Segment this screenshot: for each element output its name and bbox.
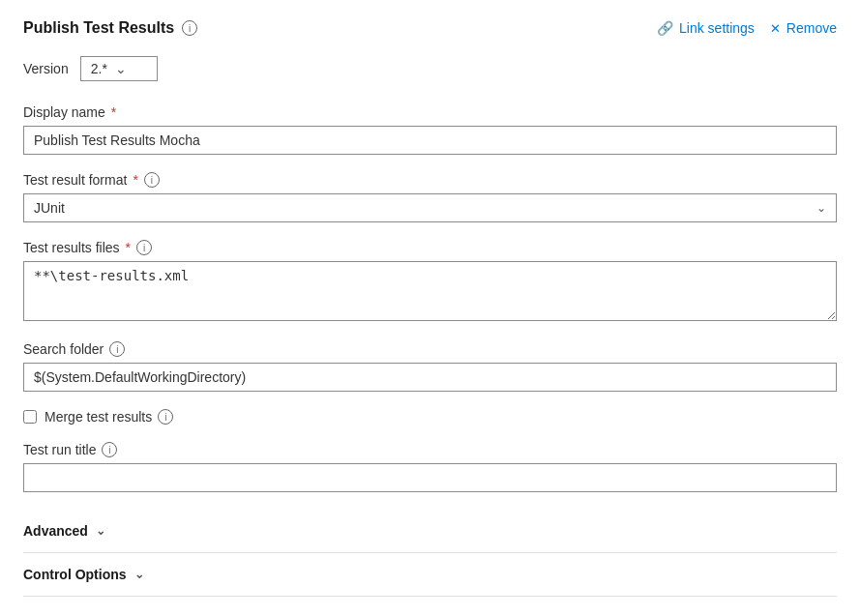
test-results-files-group: Test results files * i **\test-results.x… (23, 240, 837, 324)
merge-test-results-label: Merge test results i (44, 409, 173, 425)
test-results-files-input[interactable]: **\test-results.xml (23, 261, 837, 321)
test-results-files-required: * (126, 240, 131, 255)
advanced-chevron-icon: ⌄ (96, 524, 105, 538)
merge-test-results-row: Merge test results i (23, 409, 837, 425)
search-folder-info-icon[interactable]: i (109, 341, 125, 357)
advanced-section-toggle[interactable]: Advanced ⌄ (23, 523, 105, 539)
search-folder-group: Search folder i (23, 341, 837, 392)
test-run-title-group: Test run title i (23, 442, 837, 492)
page-title: Publish Test Results (23, 19, 174, 37)
merge-test-results-info-icon[interactable]: i (158, 409, 173, 425)
control-options-section-label: Control Options (23, 567, 127, 582)
advanced-section-label: Advanced (23, 523, 88, 539)
display-name-required: * (111, 104, 116, 120)
version-row: Version 2.* ⌄ (23, 56, 837, 81)
display-name-group: Display name * (23, 104, 837, 155)
link-settings-button[interactable]: 🔗 Link settings (657, 20, 755, 36)
test-result-format-info-icon[interactable]: i (144, 172, 160, 188)
display-name-input[interactable] (23, 126, 837, 155)
test-results-files-label: Test results files * i (23, 240, 837, 255)
control-options-section: Control Options ⌄ (23, 553, 837, 597)
page-header: Publish Test Results i 🔗 Link settings ✕… (23, 19, 837, 37)
test-result-format-required: * (133, 172, 137, 188)
control-options-chevron-icon: ⌄ (134, 568, 144, 581)
version-label: Version (23, 61, 69, 76)
title-area: Publish Test Results i (23, 19, 197, 37)
remove-icon: ✕ (770, 21, 781, 36)
search-folder-input[interactable] (23, 363, 837, 392)
control-options-section-toggle[interactable]: Control Options ⌄ (23, 567, 144, 582)
link-settings-icon: 🔗 (657, 20, 673, 36)
test-result-format-label: Test result format * i (23, 172, 837, 188)
search-folder-label: Search folder i (23, 341, 837, 357)
version-chevron-icon: ⌄ (115, 61, 127, 76)
test-run-title-input[interactable] (23, 463, 837, 492)
test-result-format-chevron-icon: ⌄ (816, 201, 826, 215)
test-result-format-select[interactable]: JUnit ⌄ (23, 193, 837, 222)
test-run-title-info-icon[interactable]: i (102, 442, 117, 457)
advanced-section: Advanced ⌄ (23, 510, 837, 553)
header-actions: 🔗 Link settings ✕ Remove (657, 20, 837, 36)
test-result-format-select-wrapper: JUnit ⌄ (23, 193, 837, 222)
remove-button[interactable]: ✕ Remove (770, 20, 837, 36)
test-results-files-info-icon[interactable]: i (136, 240, 152, 255)
version-select[interactable]: 2.* ⌄ (80, 56, 158, 81)
display-name-label: Display name * (23, 104, 837, 120)
merge-test-results-checkbox[interactable] (23, 410, 37, 424)
test-result-format-group: Test result format * i JUnit ⌄ (23, 172, 837, 222)
remove-label: Remove (786, 20, 837, 36)
title-info-icon[interactable]: i (182, 20, 197, 36)
version-value: 2.* (91, 61, 107, 76)
link-settings-label: Link settings (679, 20, 755, 36)
test-result-format-value: JUnit (34, 200, 65, 216)
test-run-title-label: Test run title i (23, 442, 837, 457)
